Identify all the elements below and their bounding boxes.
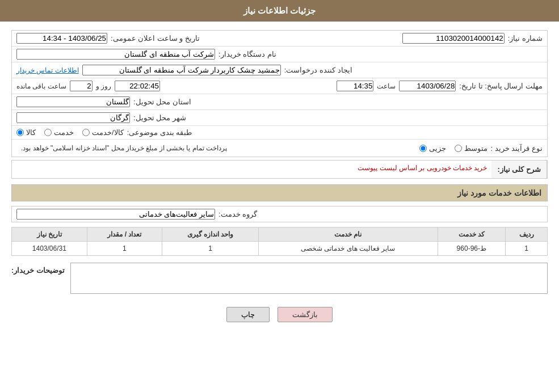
response-time-input[interactable] (337, 81, 373, 91)
process-jazzi-radio[interactable] (419, 145, 427, 152)
row-process: نوع فرآیند خرید : متوسط جزیی پرداخت تمام… (12, 140, 547, 157)
category-kala-khedmat-item[interactable]: کالا/خدمت (82, 128, 124, 137)
province-input[interactable] (16, 96, 130, 107)
announcement-date-input[interactable] (16, 33, 107, 44)
cell-row: 1 (506, 242, 548, 256)
row-response-deadline: مهلت ارسال پاسخ: تا تاریخ: ساعت روز و سا… (12, 78, 547, 94)
back-button[interactable]: بازگشت (278, 307, 333, 322)
page-wrapper: جزئیات اطلاعات نیاز شماره نیاز: تاریخ و … (0, 0, 559, 392)
need-number-input[interactable] (402, 33, 505, 44)
buyer-org-label: نام دستگاه خریدار: (218, 50, 276, 58)
response-remaining-label: ساعت باقی مانده (16, 82, 66, 90)
process-motavaset-label: متوسط (464, 144, 487, 153)
buyer-desc-textarea[interactable] (70, 263, 548, 294)
response-days-input[interactable] (70, 81, 93, 91)
col-row: ردیف (506, 227, 548, 242)
service-group-section: گروه خدمت: (11, 206, 548, 222)
requester-input[interactable] (82, 65, 281, 75)
col-unit: واحد اندازه گیری (162, 227, 259, 242)
table-row: 1ط-96-960سایر فعالیت های خدماتی شخصی1114… (12, 242, 548, 256)
cell-unit: 1 (162, 242, 259, 256)
response-date-input[interactable] (399, 81, 456, 91)
category-kala-item[interactable]: کالا (16, 128, 36, 137)
category-kala-label: کالا (26, 128, 36, 137)
process-note: پرداخت تمام یا بخشی از مبلغ خریداز محل "… (16, 142, 232, 154)
response-time-label: ساعت (377, 82, 396, 90)
process-motavaset-radio[interactable] (455, 145, 462, 152)
province-label: استان محل تحویل: (133, 98, 191, 106)
col-date: تاریخ نیاز (12, 227, 87, 242)
need-number-label: شماره نیاز: (508, 34, 543, 43)
category-khedmat-label: خدمت (54, 128, 74, 137)
response-deadline-label: مهلت ارسال پاسخ: تا تاریخ: (459, 82, 543, 90)
need-desc-label: شرح کلی نیاز: (491, 161, 547, 178)
category-radio-group: کالا/خدمت خدمت کالا (16, 128, 124, 137)
row-service-group: گروه خدمت: (12, 206, 547, 222)
page-title: جزئیات اطلاعات نیاز (243, 6, 316, 15)
city-label: شهر محل تحویل: (133, 113, 186, 122)
buyer-desc-label: توضیحات خریدار: (11, 263, 65, 275)
main-content: شماره نیاز: تاریخ و ساعت اعلان عمومی: نا… (0, 22, 559, 339)
print-button[interactable]: چاپ (226, 307, 270, 322)
need-desc-inner: شرح کلی نیاز: خرید خدمات خودرویی بر اساس… (12, 161, 547, 178)
row-need-number: شماره نیاز: تاریخ و ساعت اعلان عمومی: (12, 31, 547, 46)
requester-label: ایجاد کننده درخواست: (284, 66, 352, 74)
services-table: ردیف کد خدمت نام خدمت واحد اندازه گیری ت… (11, 227, 548, 256)
category-kala-khedmat-radio[interactable] (82, 129, 90, 136)
row-city: شهر محل تحویل: (12, 110, 547, 125)
need-desc-container: شرح کلی نیاز: خرید خدمات خودرویی بر اساس… (11, 160, 548, 179)
city-input[interactable] (16, 112, 130, 123)
response-days-label: روز و (96, 82, 111, 90)
col-name: نام خدمت (259, 227, 438, 242)
col-code: کد خدمت (438, 227, 505, 242)
response-remaining-input[interactable] (115, 81, 160, 91)
process-jazzi-label: جزیی (429, 144, 446, 153)
services-section-title: اطلاعات خدمات مورد نیاز (11, 184, 548, 201)
row-buyer-org: نام دستگاه خریدار: (12, 47, 547, 62)
process-motavaset-item[interactable]: متوسط (455, 144, 487, 153)
service-group-input[interactable] (16, 209, 215, 220)
row-category: طبقه بندی موضوعی: کالا/خدمت خدمت کالا (12, 126, 547, 139)
category-kala-khedmat-label: کالا/خدمت (92, 128, 124, 137)
buyer-org-input[interactable] (16, 49, 215, 60)
row-province: استان محل تحویل: (12, 94, 547, 109)
col-count: تعداد / مقدار (87, 227, 162, 242)
buyer-desc-row: توضیحات خریدار: (11, 263, 548, 296)
buyer-desc-textarea-wrapper (70, 263, 548, 296)
row-requester: ایجاد کننده درخواست: اطلاعات تماس خریدار (12, 62, 547, 78)
need-desc-value: خرید خدمات خودرویی بر اساس لیست پیوست (12, 161, 491, 175)
service-group-label: گروه خدمت: (218, 210, 257, 218)
category-khedmat-radio[interactable] (44, 129, 52, 136)
page-header: جزئیات اطلاعات نیاز (0, 0, 559, 22)
process-radio-group: متوسط جزیی (419, 144, 487, 153)
process-jazzi-item[interactable]: جزیی (419, 144, 446, 153)
top-info-section: شماره نیاز: تاریخ و ساعت اعلان عمومی: نا… (11, 30, 548, 157)
process-label: نوع فرآیند خرید : (491, 144, 543, 153)
category-kala-radio[interactable] (16, 129, 24, 136)
contact-link[interactable]: اطلاعات تماس خریدار (16, 66, 79, 74)
announcement-date-label: تاریخ و ساعت اعلان عمومی: (111, 34, 200, 43)
category-label: طبقه بندی موضوعی: (127, 128, 192, 137)
buttons-row: بازگشت چاپ (11, 307, 548, 322)
cell-code: ط-96-960 (438, 242, 505, 256)
category-khedmat-item[interactable]: خدمت (44, 128, 74, 137)
cell-date: 1403/06/31 (12, 242, 87, 256)
buyer-desc-section: توضیحات خریدار: (11, 263, 548, 296)
cell-name: سایر فعالیت های خدماتی شخصی (259, 242, 438, 256)
cell-count: 1 (87, 242, 162, 256)
